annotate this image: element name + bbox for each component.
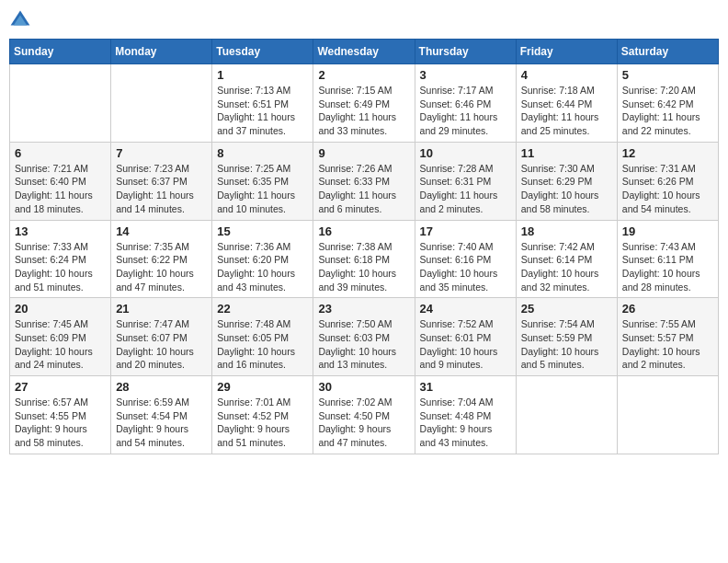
day-info: Sunrise: 7:42 AM Sunset: 6:14 PM Dayligh… [521,240,612,294]
calendar-table: SundayMondayTuesdayWednesdayThursdayFrid… [9,39,719,454]
day-info: Sunrise: 7:21 AM Sunset: 6:40 PM Dayligh… [15,162,106,216]
calendar-header-row: SundayMondayTuesdayWednesdayThursdayFrid… [10,40,719,64]
calendar-cell: 26Sunrise: 7:55 AM Sunset: 5:57 PM Dayli… [617,298,718,376]
day-info: Sunrise: 7:01 AM Sunset: 4:52 PM Dayligh… [217,396,308,450]
day-info: Sunrise: 7:28 AM Sunset: 6:31 PM Dayligh… [420,162,511,216]
calendar-cell: 28Sunrise: 6:59 AM Sunset: 4:54 PM Dayli… [111,376,212,454]
day-of-week-header: Thursday [415,40,516,64]
logo [9,9,35,31]
calendar-week-row: 27Sunrise: 6:57 AM Sunset: 4:55 PM Dayli… [10,376,719,454]
calendar-cell: 5Sunrise: 7:20 AM Sunset: 6:42 PM Daylig… [617,64,718,143]
day-number: 20 [15,302,106,316]
day-number: 18 [521,224,612,238]
day-number: 30 [318,380,409,394]
calendar-cell: 4Sunrise: 7:18 AM Sunset: 6:44 PM Daylig… [516,64,617,143]
calendar-cell: 9Sunrise: 7:26 AM Sunset: 6:33 PM Daylig… [313,142,415,220]
day-number: 3 [420,68,511,82]
calendar-week-row: 1Sunrise: 7:13 AM Sunset: 6:51 PM Daylig… [10,64,719,143]
day-info: Sunrise: 7:30 AM Sunset: 6:29 PM Dayligh… [521,162,612,216]
calendar-cell: 24Sunrise: 7:52 AM Sunset: 6:01 PM Dayli… [415,298,516,376]
day-info: Sunrise: 7:23 AM Sunset: 6:37 PM Dayligh… [116,162,207,216]
day-info: Sunrise: 7:33 AM Sunset: 6:24 PM Dayligh… [15,240,106,294]
day-info: Sunrise: 7:50 AM Sunset: 6:03 PM Dayligh… [318,317,409,372]
calendar-cell: 1Sunrise: 7:13 AM Sunset: 6:51 PM Daylig… [212,64,313,143]
day-number: 4 [521,68,612,82]
calendar-cell [516,376,617,454]
day-number: 31 [420,380,511,394]
day-number: 8 [217,146,308,160]
day-info: Sunrise: 7:45 AM Sunset: 6:09 PM Dayligh… [15,317,106,372]
calendar-week-row: 6Sunrise: 7:21 AM Sunset: 6:40 PM Daylig… [10,142,719,220]
day-info: Sunrise: 7:52 AM Sunset: 6:01 PM Dayligh… [420,317,511,372]
day-info: Sunrise: 6:59 AM Sunset: 4:54 PM Dayligh… [116,396,207,450]
calendar-cell: 10Sunrise: 7:28 AM Sunset: 6:31 PM Dayli… [415,142,516,220]
day-number: 19 [622,224,713,238]
day-number: 25 [521,302,612,316]
day-number: 29 [217,380,308,394]
day-info: Sunrise: 7:54 AM Sunset: 5:59 PM Dayligh… [521,317,612,372]
day-number: 23 [318,302,409,316]
day-number: 5 [622,68,713,82]
day-info: Sunrise: 7:38 AM Sunset: 6:18 PM Dayligh… [318,240,409,294]
calendar-cell: 8Sunrise: 7:25 AM Sunset: 6:35 PM Daylig… [212,142,313,220]
calendar-cell: 20Sunrise: 7:45 AM Sunset: 6:09 PM Dayli… [10,298,111,376]
day-of-week-header: Sunday [10,40,111,64]
calendar-cell: 31Sunrise: 7:04 AM Sunset: 4:48 PM Dayli… [415,376,516,454]
calendar-cell [617,376,718,454]
day-info: Sunrise: 7:48 AM Sunset: 6:05 PM Dayligh… [217,317,308,372]
day-number: 16 [318,224,409,238]
day-of-week-header: Saturday [617,40,718,64]
calendar-cell: 11Sunrise: 7:30 AM Sunset: 6:29 PM Dayli… [516,142,617,220]
day-of-week-header: Friday [516,40,617,64]
day-info: Sunrise: 6:57 AM Sunset: 4:55 PM Dayligh… [15,396,106,450]
calendar-week-row: 13Sunrise: 7:33 AM Sunset: 6:24 PM Dayli… [10,220,719,298]
calendar-cell: 25Sunrise: 7:54 AM Sunset: 5:59 PM Dayli… [516,298,617,376]
page-header [9,9,719,31]
day-info: Sunrise: 7:36 AM Sunset: 6:20 PM Dayligh… [217,240,308,294]
day-info: Sunrise: 7:18 AM Sunset: 6:44 PM Dayligh… [521,84,612,138]
day-of-week-header: Monday [111,40,212,64]
calendar-cell: 7Sunrise: 7:23 AM Sunset: 6:37 PM Daylig… [111,142,212,220]
day-number: 2 [318,68,409,82]
day-info: Sunrise: 7:47 AM Sunset: 6:07 PM Dayligh… [116,317,207,372]
day-of-week-header: Tuesday [212,40,313,64]
calendar-cell: 16Sunrise: 7:38 AM Sunset: 6:18 PM Dayli… [313,220,415,298]
day-info: Sunrise: 7:02 AM Sunset: 4:50 PM Dayligh… [318,396,409,450]
day-info: Sunrise: 7:20 AM Sunset: 6:42 PM Dayligh… [622,84,713,138]
day-number: 11 [521,146,612,160]
day-number: 13 [15,224,106,238]
calendar-cell: 15Sunrise: 7:36 AM Sunset: 6:20 PM Dayli… [212,220,313,298]
day-number: 15 [217,224,308,238]
calendar-cell: 22Sunrise: 7:48 AM Sunset: 6:05 PM Dayli… [212,298,313,376]
logo-icon [9,9,31,31]
calendar-cell [111,64,212,143]
calendar-cell: 27Sunrise: 6:57 AM Sunset: 4:55 PM Dayli… [10,376,111,454]
calendar-cell: 29Sunrise: 7:01 AM Sunset: 4:52 PM Dayli… [212,376,313,454]
day-number: 22 [217,302,308,316]
day-number: 6 [15,146,106,160]
calendar-cell: 23Sunrise: 7:50 AM Sunset: 6:03 PM Dayli… [313,298,415,376]
day-number: 14 [116,224,207,238]
calendar-cell: 2Sunrise: 7:15 AM Sunset: 6:49 PM Daylig… [313,64,415,143]
day-info: Sunrise: 7:17 AM Sunset: 6:46 PM Dayligh… [420,84,511,138]
calendar-cell: 30Sunrise: 7:02 AM Sunset: 4:50 PM Dayli… [313,376,415,454]
day-number: 12 [622,146,713,160]
calendar-cell: 6Sunrise: 7:21 AM Sunset: 6:40 PM Daylig… [10,142,111,220]
day-info: Sunrise: 7:04 AM Sunset: 4:48 PM Dayligh… [420,396,511,450]
calendar-cell: 14Sunrise: 7:35 AM Sunset: 6:22 PM Dayli… [111,220,212,298]
calendar-cell: 19Sunrise: 7:43 AM Sunset: 6:11 PM Dayli… [617,220,718,298]
day-number: 10 [420,146,511,160]
day-info: Sunrise: 7:26 AM Sunset: 6:33 PM Dayligh… [318,162,409,216]
calendar-cell [10,64,111,143]
day-info: Sunrise: 7:15 AM Sunset: 6:49 PM Dayligh… [318,84,409,138]
day-number: 21 [116,302,207,316]
calendar-cell: 18Sunrise: 7:42 AM Sunset: 6:14 PM Dayli… [516,220,617,298]
day-number: 17 [420,224,511,238]
day-info: Sunrise: 7:43 AM Sunset: 6:11 PM Dayligh… [622,240,713,294]
calendar-cell: 12Sunrise: 7:31 AM Sunset: 6:26 PM Dayli… [617,142,718,220]
calendar-cell: 13Sunrise: 7:33 AM Sunset: 6:24 PM Dayli… [10,220,111,298]
day-number: 1 [217,68,308,82]
day-number: 28 [116,380,207,394]
calendar-cell: 3Sunrise: 7:17 AM Sunset: 6:46 PM Daylig… [415,64,516,143]
day-info: Sunrise: 7:40 AM Sunset: 6:16 PM Dayligh… [420,240,511,294]
